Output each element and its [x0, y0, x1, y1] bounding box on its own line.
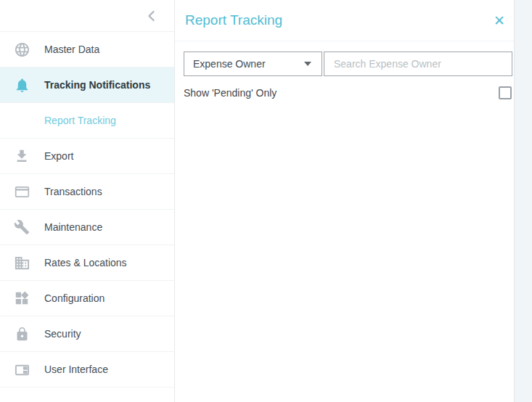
filter-type-dropdown[interactable]: Expense Owner: [184, 52, 322, 76]
sidebar-item-configuration[interactable]: Configuration: [0, 281, 174, 316]
search-input[interactable]: [324, 52, 512, 76]
filter-type-value: Expense Owner: [193, 58, 266, 70]
sidebar-item-master-data[interactable]: Master Data: [0, 32, 174, 67]
sidebar: Master Data Tracking Notifications Repor…: [0, 0, 175, 402]
sidebar-item-label: Maintenance: [44, 221, 102, 233]
layout-icon: [13, 361, 30, 378]
sidebar-collapse-button[interactable]: [147, 10, 155, 22]
sidebar-item-security[interactable]: Security: [0, 316, 174, 352]
pending-only-checkbox[interactable]: [499, 86, 512, 99]
sidebar-item-label: Master Data: [44, 44, 99, 55]
chevron-down-icon: [304, 62, 311, 66]
close-button[interactable]: ✕: [491, 12, 508, 29]
sidebar-item-label: Report Tracking: [44, 115, 116, 126]
bell-icon: [13, 76, 30, 94]
lock-icon: [13, 325, 30, 342]
globe-icon: [13, 41, 30, 58]
panel-title: Report Tracking: [185, 12, 282, 28]
sidebar-header: [0, 0, 174, 32]
wrench-icon: [13, 218, 30, 236]
chevron-left-icon: [147, 10, 155, 22]
widgets-icon: [13, 290, 30, 307]
credit-card-icon: [13, 183, 30, 200]
pending-only-row: Show 'Pending' Only: [184, 86, 512, 99]
sidebar-item-maintenance[interactable]: Maintenance: [0, 210, 174, 245]
sidebar-item-transactions[interactable]: Transactions: [0, 174, 174, 210]
sidebar-item-label: Rates & Locations: [44, 257, 127, 268]
sidebar-item-label: Security: [44, 328, 81, 340]
sidebar-item-label: Export: [44, 150, 73, 162]
sidebar-item-rates-locations[interactable]: Rates & Locations: [0, 245, 174, 281]
panel-header: Report Tracking ✕: [175, 0, 514, 41]
filter-row: Expense Owner: [184, 52, 512, 76]
building-icon: [13, 254, 30, 271]
sidebar-item-report-tracking[interactable]: Report Tracking: [0, 103, 174, 139]
sidebar-item-label: User Interface: [44, 364, 108, 375]
report-tracking-panel: Report Tracking ✕ Expense Owner Show 'Pe…: [175, 0, 514, 402]
sidebar-item-export[interactable]: Export: [0, 139, 174, 174]
pending-only-label: Show 'Pending' Only: [184, 87, 277, 99]
sidebar-item-label: Transactions: [44, 186, 102, 197]
sidebar-item-user-interface[interactable]: User Interface: [0, 352, 174, 387]
sidebar-item-label: Tracking Notifications: [44, 79, 150, 91]
download-icon: [13, 147, 30, 165]
empty-icon-spacer: [13, 112, 30, 129]
sidebar-item-label: Configuration: [44, 292, 105, 304]
page-background-strip: [514, 0, 532, 402]
sidebar-item-tracking-notifications[interactable]: Tracking Notifications: [0, 67, 174, 103]
close-icon: ✕: [494, 13, 505, 28]
